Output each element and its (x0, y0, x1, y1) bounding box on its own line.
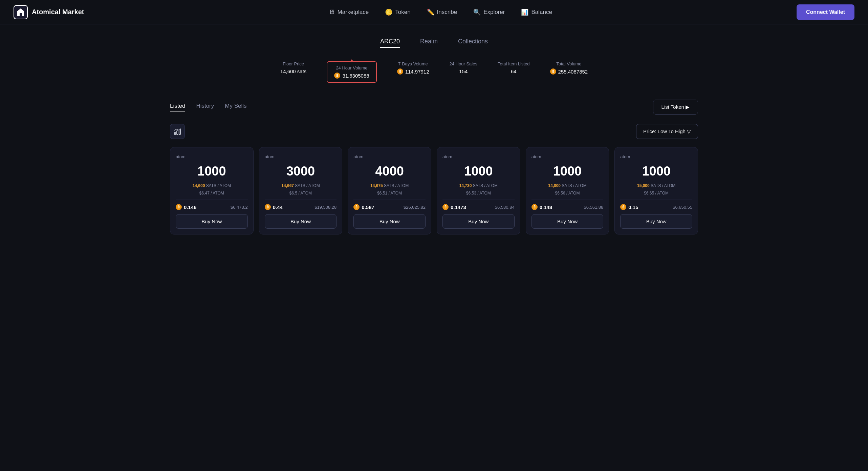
coin-icon-7d: ₿ (397, 68, 403, 75)
card-4-buy-button[interactable]: Buy Now (531, 214, 604, 229)
navbar: Atomical Market 🖥 Marketplace 🪙 Token ✏️… (0, 0, 868, 24)
coin-icon-card1: ₿ (265, 204, 271, 210)
coin-icon-card0: ₿ (176, 204, 182, 210)
stat-floor-price-value: 14,600 sats (280, 68, 307, 74)
card-1-bottom: ₿ 0.44 $19,508.28 (265, 204, 337, 210)
list-token-button[interactable]: List Token ▶ (653, 100, 698, 115)
sub-tab-history[interactable]: History (196, 103, 214, 111)
cards-grid: atom 1000 14,600 SATS / ATOM $6.47 / ATO… (170, 147, 698, 234)
balance-label: Balance (531, 9, 552, 16)
nav-logo: Atomical Market (14, 5, 84, 19)
card-1-sats: 14,667 SATS / ATOM (265, 183, 337, 188)
sub-tab-listed[interactable]: Listed (170, 103, 185, 111)
card-5-token: atom (620, 154, 692, 159)
chart-toggle-button[interactable] (170, 124, 185, 139)
coin-icon-card3: ₿ (442, 204, 449, 210)
card-1: atom 3000 14,667 SATS / ATOM $6.5 / ATOM… (259, 147, 343, 234)
card-3: atom 1000 14,730 SATS / ATOM $6.53 / ATO… (437, 147, 520, 234)
main-content: ARC20 Realm Collections Floor Price 14,6… (163, 24, 705, 248)
card-2-btc: ₿ 0.587 (353, 204, 374, 210)
card-4-dollar: $6.56 / ATOM (531, 191, 604, 196)
stat-total-listed-label: Total Item Listed (498, 61, 530, 66)
card-5-amount: 1000 (620, 164, 692, 179)
card-5: atom 1000 15,000 SATS / ATOM $6.65 / ATO… (614, 147, 698, 234)
explorer-label: Explorer (483, 9, 505, 16)
card-0: atom 1000 14,600 SATS / ATOM $6.47 / ATO… (170, 147, 254, 234)
stat-24h-volume-label: 24 Hour Volume (334, 65, 369, 70)
card-2-token: atom (353, 154, 426, 159)
coin-icon-card2: ₿ (353, 204, 360, 210)
card-5-buy-button[interactable]: Buy Now (620, 214, 692, 229)
stat-7d-volume-label: 7 Days Volume (397, 61, 429, 66)
explorer-icon: 🔍 (473, 8, 481, 16)
card-0-buy-button[interactable]: Buy Now (176, 214, 248, 229)
token-icon: 🪙 (385, 8, 392, 16)
card-3-token: atom (442, 154, 515, 159)
nav-link-marketplace[interactable]: 🖥 Marketplace (329, 8, 369, 16)
card-2: atom 4000 14,675 SATS / ATOM $6.51 / ATO… (348, 147, 431, 234)
card-5-bottom: ₿ 0.15 $6,650.55 (620, 204, 692, 210)
nav-link-balance[interactable]: 📊 Balance (521, 8, 552, 16)
filter-row: Price: Low To High ▽ (170, 124, 698, 139)
card-5-usd: $6,650.55 (673, 205, 692, 210)
card-4: atom 1000 14,800 SATS / ATOM $6.56 / ATO… (526, 147, 609, 234)
stat-7d-volume: 7 Days Volume ₿ 114.97912 (397, 61, 429, 83)
tab-arc20[interactable]: ARC20 (380, 38, 400, 48)
stat-total-listed: Total Item Listed 64 (498, 61, 530, 83)
card-1-usd: $19,508.28 (314, 205, 337, 210)
card-5-dollar: $6.65 / ATOM (620, 191, 692, 196)
card-3-amount: 1000 (442, 164, 515, 179)
inscribe-icon: ✏️ (427, 8, 434, 16)
sort-button[interactable]: Price: Low To High ▽ (636, 124, 698, 139)
stat-total-volume: Total Volume ₿ 255.4087852 (550, 61, 588, 83)
inscribe-label: Inscribe (437, 9, 457, 16)
card-0-dollar: $6.47 / ATOM (176, 191, 248, 196)
card-4-usd: $6,561.88 (584, 205, 603, 210)
card-4-amount: 1000 (531, 164, 604, 179)
coin-icon-24h: ₿ (334, 73, 340, 79)
tab-collections[interactable]: Collections (458, 38, 488, 48)
connect-wallet-button[interactable]: Connect Wallet (797, 4, 854, 20)
card-2-buy-button[interactable]: Buy Now (353, 214, 426, 229)
stat-24h-volume: 24 Hour Volume ₿ 31.6305088 (327, 61, 376, 83)
sub-tab-my-sells[interactable]: My Sells (225, 103, 246, 111)
logo-icon (14, 5, 28, 19)
card-5-sats: 15,000 SATS / ATOM (620, 183, 692, 188)
top-tabs: ARC20 Realm Collections (170, 38, 698, 48)
marketplace-icon: 🖥 (329, 8, 335, 16)
sub-tabs: Listed History My Sells (170, 103, 247, 111)
balance-icon: 📊 (521, 8, 528, 16)
stat-floor-price-label: Floor Price (280, 61, 307, 66)
nav-link-inscribe[interactable]: ✏️ Inscribe (427, 8, 457, 16)
svg-rect-2 (179, 129, 180, 135)
nav-link-explorer[interactable]: 🔍 Explorer (473, 8, 505, 16)
card-0-btc: ₿ 0.146 (176, 204, 197, 210)
card-1-buy-button[interactable]: Buy Now (265, 214, 337, 229)
nav-link-token[interactable]: 🪙 Token (385, 8, 410, 16)
card-1-token: atom (265, 154, 337, 159)
card-2-bottom: ₿ 0.587 $26,025.82 (353, 204, 426, 210)
card-3-buy-button[interactable]: Buy Now (442, 214, 515, 229)
tab-realm[interactable]: Realm (420, 38, 438, 48)
token-label: Token (395, 9, 410, 16)
card-0-token: atom (176, 154, 248, 159)
card-3-sats: 14,730 SATS / ATOM (442, 183, 515, 188)
coin-icon-card5: ₿ (620, 204, 626, 210)
card-4-sats: 14,800 SATS / ATOM (531, 183, 604, 188)
card-2-sats: 14,675 SATS / ATOM (353, 183, 426, 188)
stat-total-volume-label: Total Volume (550, 61, 588, 66)
card-2-dollar: $6.51 / ATOM (353, 191, 426, 196)
logo-text: Atomical Market (32, 8, 84, 16)
stat-floor-price: Floor Price 14,600 sats (280, 61, 307, 83)
card-3-btc: ₿ 0.1473 (442, 204, 466, 210)
coin-icon-total: ₿ (550, 68, 556, 75)
card-0-usd: $6,473.2 (231, 205, 248, 210)
sub-tabs-row: Listed History My Sells List Token ▶ (170, 100, 698, 115)
stat-total-volume-value: ₿ 255.4087852 (550, 68, 588, 75)
card-3-dollar: $6.53 / ATOM (442, 191, 515, 196)
marketplace-label: Marketplace (338, 9, 369, 16)
stat-24h-sales: 24 Hour Sales 154 (450, 61, 477, 83)
stat-24h-sales-label: 24 Hour Sales (450, 61, 477, 66)
card-1-btc: ₿ 0.44 (265, 204, 283, 210)
card-2-usd: $26,025.82 (404, 205, 426, 210)
